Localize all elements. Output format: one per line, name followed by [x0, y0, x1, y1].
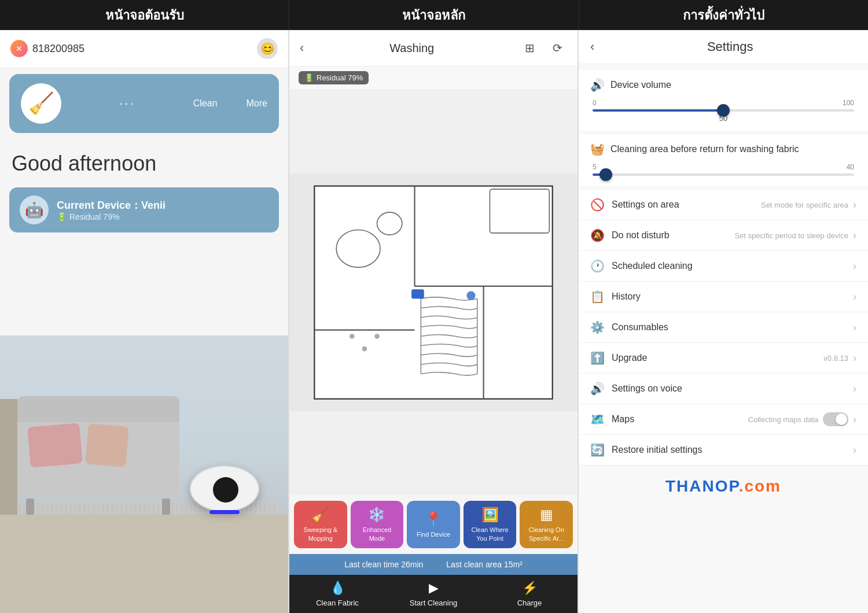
do-not-disturb-row[interactable]: 🔕 Do not disturb Set specific period to …: [579, 220, 868, 251]
sofa-leg-2: [162, 498, 170, 515]
consumables-chevron: ›: [853, 322, 856, 334]
card-actions: ···: [119, 96, 135, 111]
table-leg: [0, 399, 17, 515]
device-id-text: 818200985: [32, 43, 84, 55]
settings-area-chevron: ›: [853, 199, 856, 211]
upgrade-label: Upgrade: [612, 353, 823, 363]
find-device-button[interactable]: 📍 Find Device: [407, 501, 460, 548]
clean-fabric-icon: 💧: [330, 581, 345, 596]
voice-label: Settings on voice: [612, 383, 853, 394]
avatar-icon[interactable]: 😊: [257, 38, 278, 59]
consumables-row[interactable]: ⚙️ Consumables ›: [579, 312, 868, 343]
find-label: Find Device: [417, 530, 450, 538]
more-label[interactable]: More: [247, 98, 267, 109]
grid-icon[interactable]: ⊞: [520, 38, 539, 58]
start-cleaning-label: Start Cleaning: [410, 599, 457, 607]
history-row[interactable]: 📋 History ›: [579, 282, 868, 312]
upgrade-chevron: ›: [853, 352, 856, 364]
washing-slider-thumb[interactable]: [599, 168, 612, 181]
restore-label: Restore initial settings: [612, 445, 853, 455]
settings-scroll[interactable]: 🔊 Device volume 0 100 50: [579, 64, 868, 613]
specific-label: Cleaning On Specific Ar...: [523, 526, 569, 542]
svg-point-15: [374, 334, 380, 339]
enhanced-mode-button[interactable]: ❄️ Enhanced Mode: [351, 501, 404, 548]
volume-slider-thumb[interactable]: [717, 104, 730, 117]
thanop-logo: THANOP.com: [579, 466, 868, 507]
consumables-label: Consumables: [612, 322, 853, 333]
sofa-leg-1: [26, 498, 34, 515]
clean-label[interactable]: Clean: [193, 98, 218, 109]
scheduled-cleaning-row[interactable]: 🕐 Scheduled cleaning ›: [579, 251, 868, 282]
charge-label: Charge: [517, 599, 542, 607]
thanop-text: THANOP.com: [665, 477, 781, 496]
current-device-card[interactable]: 🤖 Current Device：Venii 🔋 Residual 79%: [9, 187, 279, 232]
welcome-robot-card[interactable]: 🧹 ··· Clean More: [9, 74, 279, 133]
history-icon: 📋: [590, 290, 605, 304]
robot-icon: 🧹: [21, 83, 61, 124]
volume-max: 100: [843, 99, 854, 107]
find-icon: 📍: [425, 511, 442, 527]
schedule-icon: 🕐: [590, 259, 605, 273]
start-cleaning-icon: ▶: [429, 581, 439, 596]
charge-button[interactable]: ⚡ Charge: [481, 581, 578, 607]
dnd-icon: 🔕: [590, 228, 605, 242]
volume-slider-container[interactable]: 0 100 50: [590, 99, 856, 123]
washing-max: 40: [847, 163, 854, 171]
upgrade-version: v0.8.13: [823, 354, 848, 363]
maps-toggle[interactable]: [823, 412, 848, 426]
sweep-label: Sweeping & Mopping: [297, 526, 344, 542]
maps-row[interactable]: 🗺️ Maps Collecting maps data ›: [579, 404, 868, 435]
thanop-brand: THANOP: [665, 477, 739, 495]
washing-area-label: Cleaning area before return for washing …: [610, 144, 799, 154]
washing-slider-container[interactable]: 5 40: [590, 163, 856, 176]
map-area[interactable]: [289, 90, 578, 495]
volume-title-row: 🔊 Device volume: [590, 78, 856, 92]
settings-on-area-row[interactable]: 🚫 Settings on area Set mode for specific…: [579, 190, 868, 220]
volume-icon: 🔊: [590, 78, 605, 92]
volume-slider-track[interactable]: [593, 109, 854, 112]
start-cleaning-button[interactable]: ▶ Start Cleaning: [385, 581, 481, 607]
thanop-dot-com: .com: [739, 477, 781, 495]
voice-chevron: ›: [853, 383, 856, 395]
sweep-mopping-button[interactable]: 🧹 Sweeping & Mopping: [294, 501, 347, 548]
device-brand-icon: ✕: [10, 40, 28, 57]
card-more-dots[interactable]: ···: [119, 96, 135, 111]
clean-time-stat: Last clean time 26min: [344, 560, 423, 569]
header-bar: หน้าจอต้อนรับ หน้าจอหลัก การตั้งค่าทั่วไ…: [0, 0, 868, 30]
settings-on-voice-row[interactable]: 🔊 Settings on voice ›: [579, 374, 868, 404]
specific-icon: ▦: [540, 507, 553, 523]
clean-where-button[interactable]: 🖼️ Clean Where You Point: [464, 501, 517, 548]
where-label: Clean Where You Point: [467, 526, 513, 542]
restore-chevron: ›: [853, 444, 856, 456]
header-section-settings: การตั้งค่าทั่วไป: [579, 0, 868, 30]
clean-fabric-label: Clean Fabric: [316, 599, 359, 607]
restore-settings-row[interactable]: 🔄 Restore initial settings ›: [579, 435, 868, 466]
washing-area-section: 🧺 Cleaning area before return for washin…: [579, 134, 868, 186]
sweep-icon: 🧹: [312, 507, 329, 523]
svg-point-14: [362, 346, 367, 352]
mode-buttons: 🧹 Sweeping & Mopping ❄️ Enhanced Mode 📍 …: [289, 495, 578, 554]
upgrade-row[interactable]: ⬆️ Upgrade v0.8.13 ›: [579, 343, 868, 374]
panel-settings: ‹ Settings 🔊 Device volume 0 100: [579, 30, 868, 613]
consumables-icon: ⚙️: [590, 320, 605, 334]
schedule-label: Scheduled cleaning: [612, 261, 853, 271]
washing-slider-track[interactable]: [593, 173, 854, 176]
welcome-greeting: Good afternoon: [0, 140, 288, 182]
svg-rect-11: [411, 289, 424, 298]
sofa: [17, 416, 179, 497]
washing-area-icon: 🧺: [590, 142, 605, 156]
settings-back-button[interactable]: ‹: [590, 39, 594, 54]
charge-icon: ⚡: [522, 581, 538, 596]
bottom-actions: 💧 Clean Fabric ▶ Start Cleaning ⚡ Charge: [289, 575, 578, 613]
specific-area-button[interactable]: ▦ Cleaning On Specific Ar...: [520, 501, 573, 548]
battery-icon-main: 🔋: [304, 73, 314, 82]
clean-fabric-button[interactable]: 💧 Clean Fabric: [289, 581, 385, 607]
device-info: Current Device：Venii 🔋 Residual 79%: [57, 198, 165, 221]
main-back-button[interactable]: ‹: [300, 40, 304, 56]
maps-toggle-thumb: [836, 413, 847, 425]
settings-area-label: Settings on area: [612, 200, 761, 210]
dnd-chevron: ›: [853, 230, 856, 242]
enhanced-label: Enhanced Mode: [354, 526, 400, 542]
welcome-device-id-row: ✕ 818200985: [10, 40, 84, 57]
settings-icon[interactable]: ⟳: [547, 38, 567, 58]
